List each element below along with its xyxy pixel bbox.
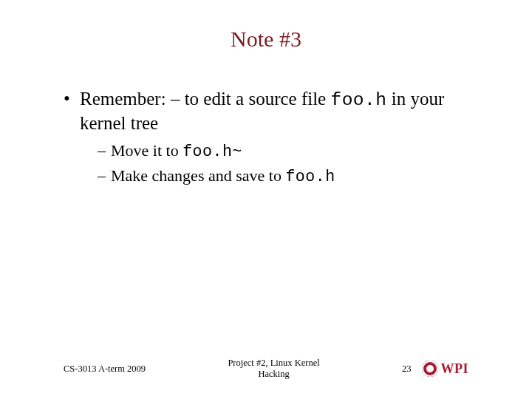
- sub-bullet-list: Move it to foo.h~ Make changes and save …: [98, 140, 468, 187]
- page-number: 23: [402, 364, 412, 375]
- inline-code: foo.h~: [183, 143, 242, 160]
- footer-center: Project #2, Linux Kernel Hacking: [146, 358, 402, 380]
- footer-center-line2: Hacking: [146, 369, 402, 380]
- bullet-item: Remember: – to edit a source file foo.h …: [64, 87, 468, 187]
- sub-bullet-item: Make changes and save to foo.h: [98, 165, 468, 187]
- footer-left: CS-3013 A-term 2009: [64, 364, 146, 375]
- sub-bullet-text-pre: Move it to: [111, 141, 183, 160]
- wpi-logo-text: WPI: [441, 361, 469, 377]
- bullet-text-pre: Remember: – to edit a source file: [80, 89, 330, 109]
- sub-bullet-text-pre: Make changes and save to: [111, 166, 285, 185]
- slide-title: Note #3: [30, 27, 502, 52]
- slide: Note #3 Remember: – to edit a source fil…: [0, 0, 532, 399]
- seal-icon: [422, 361, 438, 377]
- footer-center-line1: Project #2, Linux Kernel: [146, 358, 402, 369]
- footer-right: 23 WPI: [402, 361, 468, 377]
- sub-bullet-item: Move it to foo.h~: [98, 140, 468, 162]
- inline-code: foo.h: [285, 168, 335, 185]
- slide-content: Remember: – to edit a source file foo.h …: [30, 87, 502, 187]
- wpi-logo: WPI: [422, 361, 469, 377]
- slide-footer: CS-3013 A-term 2009 Project #2, Linux Ke…: [0, 352, 532, 386]
- inline-code: foo.h: [330, 90, 386, 110]
